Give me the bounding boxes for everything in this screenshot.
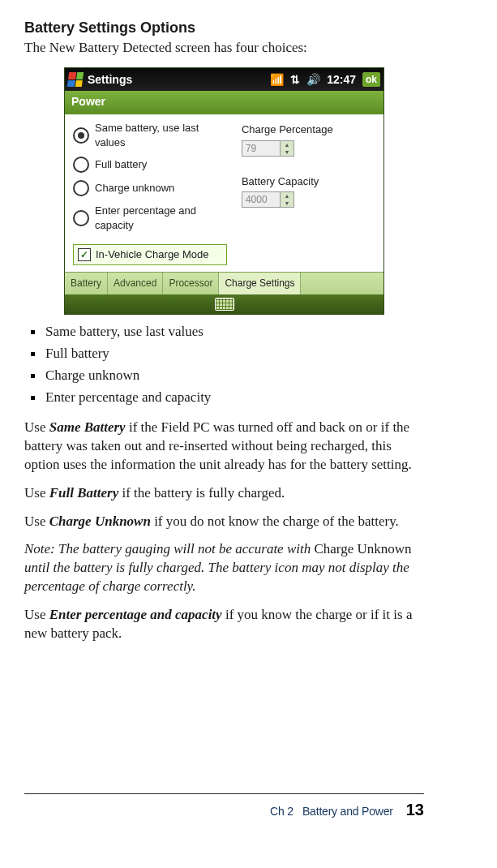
text: if you do not know the charge of the bat… [151,513,399,529]
spinner-arrows: ▲▼ [281,140,294,157]
page-number: 13 [406,799,424,821]
arrow-up-icon: ▲ [281,192,293,200]
right-column: Charge Percentage ▲▼ Battery Capacity ▲▼ [242,121,375,265]
intro-text: The New Battery Detected screen has four… [24,39,424,58]
text: Use [24,419,49,435]
paragraph-full-battery: Use Full Battery if the battery is fully… [24,484,424,503]
text: Note: The battery gauging will not be ac… [24,541,314,556]
list-item: Same battery, use last values [29,323,424,342]
radio-group: Same battery, use last values Full batte… [73,121,227,265]
arrow-down-icon: ▼ [281,200,293,207]
radio-enter-percentage[interactable]: Enter percentage and capacity [73,204,227,232]
wm-content: Same battery, use last values Full batte… [65,114,383,272]
text: Ch 2 [270,805,293,818]
ok-button[interactable]: ok [362,72,380,87]
checkbox-label: In-Vehicle Charge Mode [96,247,208,262]
paragraph-same-battery: Use Same Battery if the Field PC was tur… [24,419,424,475]
section-heading: Battery Settings Options [24,18,424,37]
battery-capacity-spinner[interactable]: ▲▼ [242,191,298,208]
in-vehicle-charge-checkbox[interactable]: ✓ In-Vehicle Charge Mode [73,244,227,265]
charge-percentage-label: Charge Percentage [242,122,375,137]
text: Use [24,485,49,501]
arrow-up-icon: ▲ [281,141,293,148]
charge-percentage-spinner[interactable]: ▲▼ [242,140,298,157]
subheader: Power [65,91,383,114]
page-footer: Ch 2 Battery and Power 13 [24,793,424,821]
term-same-battery: Same Battery [49,419,126,435]
radio-same-battery[interactable]: Same battery, use last values [73,121,227,149]
status-area: 📶 ⇅ 🔊 12:47 ok [270,72,380,88]
spinner-arrows: ▲▼ [281,191,294,208]
text: if the battery is fully charged. [118,485,285,501]
text: Use [24,607,49,622]
signal-icon: 📶 [270,72,284,88]
tab-processor[interactable]: Processor [163,273,219,294]
titlebar-text: Settings [88,72,132,88]
wm-window: Settings 📶 ⇅ 🔊 12:47 ok Power Same batte… [64,67,384,315]
charge-percentage-input [242,140,281,157]
radio-label: Charge unknown [95,181,174,196]
term-charge-unknown: Charge Unknown [49,513,151,529]
radio-charge-unknown[interactable]: Charge unknown [73,180,227,196]
checkbox-icon: ✓ [78,248,91,261]
radio-label: Full battery [95,157,147,172]
volume-icon: 🔊 [306,72,320,88]
footer-chapter: Ch 2 Battery and Power [270,804,393,819]
radio-icon [73,180,89,196]
battery-capacity-input [242,191,281,208]
radio-icon [73,210,89,226]
tab-advanced[interactable]: Advanced [108,273,163,294]
paragraph-enter-percentage: Use Enter percentage and capacity if you… [24,606,424,643]
windows-flag-icon [67,72,84,87]
tab-charge-settings[interactable]: Charge Settings [219,273,301,294]
paragraph-charge-unknown: Use Charge Unknown if you do not know th… [24,513,424,531]
radio-icon [73,127,89,144]
text: Battery and Power [302,805,393,818]
wm-titlebar: Settings 📶 ⇅ 🔊 12:47 ok [65,68,383,91]
radio-label: Enter percentage and capacity [95,204,227,232]
term-enter-percentage: Enter percentage and capacity [49,607,222,622]
tab-battery[interactable]: Battery [65,273,108,294]
radio-icon [73,157,89,173]
connectivity-icon: ⇅ [290,72,300,88]
text: Use [24,513,49,529]
arrow-down-icon: ▼ [281,148,293,156]
note-upright: Charge Unknown [314,541,411,556]
bullet-list: Same battery, use last values Full batte… [24,323,424,407]
list-item: Enter percentage and capacity [29,389,424,407]
wm-footer [65,294,383,314]
radio-label: Same battery, use last values [95,121,227,149]
list-item: Charge unknown [29,367,424,385]
battery-capacity-label: Battery Capacity [242,174,375,189]
tab-bar: Battery Advanced Processor Charge Settin… [65,272,383,294]
radio-full-battery[interactable]: Full battery [73,157,227,173]
text: until the battery is fully charged. The … [24,560,409,594]
keyboard-icon[interactable] [215,298,234,311]
note-text: Note: The battery gauging will not be ac… [24,540,424,596]
term-full-battery: Full Battery [49,485,118,501]
list-item: Full battery [29,345,424,363]
settings-screenshot: Settings 📶 ⇅ 🔊 12:47 ok Power Same batte… [24,67,424,315]
clock-text: 12:47 [327,72,356,88]
